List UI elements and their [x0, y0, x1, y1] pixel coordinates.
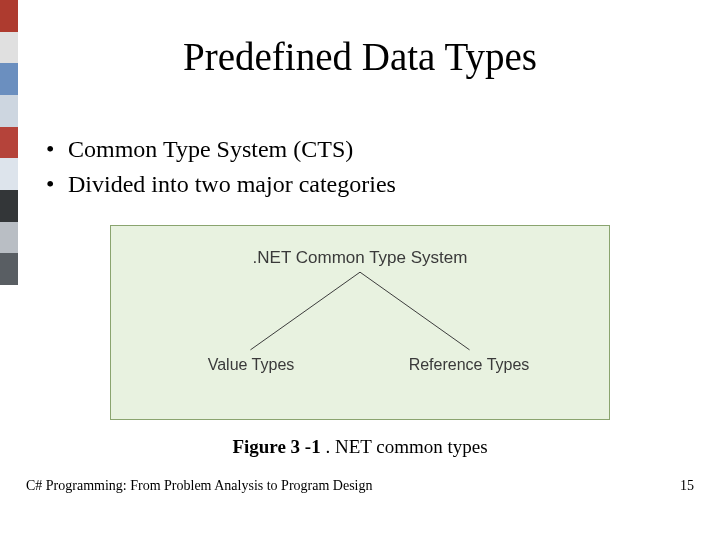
diagram-leaf-reference-types: Reference Types	[389, 356, 549, 374]
diagram-leaf-value-types: Value Types	[171, 356, 331, 374]
bullet-icon	[46, 132, 68, 167]
page-number: 15	[680, 478, 694, 494]
figure-label: Figure 3 -1	[232, 436, 325, 457]
diagram-root-label: .NET Common Type System	[111, 248, 609, 268]
type-system-diagram: .NET Common Type System Value Types Refe…	[110, 225, 610, 420]
list-item: Common Type System (CTS)	[46, 132, 396, 167]
bullet-list: Common Type System (CTS) Divided into tw…	[46, 132, 396, 202]
figure-caption-text: . NET common types	[325, 436, 487, 457]
figure-caption: Figure 3 -1 . NET common types	[0, 436, 720, 458]
slide-footer: C# Programming: From Problem Analysis to…	[26, 478, 694, 494]
bullet-text: Common Type System (CTS)	[68, 132, 353, 167]
list-item: Divided into two major categories	[46, 167, 396, 202]
diagram-connector-lines	[111, 272, 609, 352]
bullet-icon	[46, 167, 68, 202]
svg-line-1	[360, 272, 470, 350]
footer-text: C# Programming: From Problem Analysis to…	[26, 478, 373, 494]
bullet-text: Divided into two major categories	[68, 167, 396, 202]
slide: Predefined Data Types Common Type System…	[0, 0, 720, 540]
svg-line-0	[250, 272, 360, 350]
slide-title: Predefined Data Types	[0, 34, 720, 79]
